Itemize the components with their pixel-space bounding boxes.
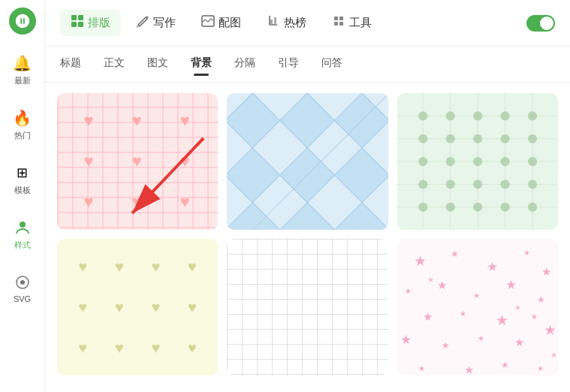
- subtab-bg[interactable]: 背景: [191, 56, 212, 73]
- heart-3: ♥: [161, 111, 209, 131]
- subtab-divider[interactable]: 分隔: [234, 56, 255, 73]
- argyle-svg: [227, 93, 388, 230]
- svg-text:★: ★: [436, 279, 446, 291]
- svg-point-53: [473, 134, 482, 143]
- nav-match[interactable]: 配图: [191, 10, 252, 36]
- content-area: ♥ ♥ ♥ ♥ ♥ ♥ ♥ ♥ ♥: [45, 83, 570, 392]
- svg-point-63: [473, 179, 482, 188]
- y-heart-11: ♥: [137, 339, 174, 357]
- heart-9: ♥: [161, 192, 209, 212]
- svg-rect-13: [334, 22, 338, 26]
- subtab-figure[interactable]: 图文: [147, 56, 168, 73]
- nav-toggle[interactable]: [526, 15, 555, 32]
- svg-text:★: ★: [460, 309, 466, 318]
- nav-layout[interactable]: 排版: [60, 10, 121, 36]
- hot-icon: 🔥: [12, 107, 33, 128]
- nav-tools-label: 工具: [349, 16, 372, 30]
- svg-rect-5: [71, 22, 77, 27]
- patterns-grid: ♥ ♥ ♥ ♥ ♥ ♥ ♥ ♥ ♥: [57, 93, 558, 375]
- sidebar-item-hot[interactable]: 🔥 热门: [0, 103, 44, 146]
- svg-text:★: ★: [523, 249, 530, 257]
- left-sidebar: 🔔 最新 🔥 热门 ⊞ 模板 样式 SVG: [0, 0, 45, 392]
- y-heart-9: ♥: [65, 339, 101, 357]
- sidebar-item-style[interactable]: 样式: [0, 213, 44, 255]
- svg-point-55: [528, 134, 537, 143]
- svg-point-50: [528, 111, 537, 120]
- svg-point-48: [473, 111, 482, 120]
- svg-text:★: ★: [400, 333, 412, 347]
- subtab-title[interactable]: 标题: [60, 56, 81, 73]
- nav-match-label: 配图: [219, 16, 241, 30]
- svg-point-58: [473, 157, 482, 166]
- sidebar-item-latest[interactable]: 🔔 最新: [0, 48, 44, 91]
- sidebar-label-template: 模板: [14, 185, 31, 196]
- pattern-card-4[interactable]: ♥ ♥ ♥ ♥ ♥ ♥ ♥ ♥ ♥ ♥ ♥ ♥: [57, 239, 218, 375]
- svg-text:★: ★: [473, 291, 480, 300]
- logo-button[interactable]: [9, 8, 36, 35]
- sidebar-label-style: 样式: [14, 240, 31, 251]
- svg-point-52: [445, 134, 454, 143]
- svg-text:★: ★: [514, 336, 523, 348]
- svg-text:★: ★: [500, 360, 508, 371]
- svg-point-54: [500, 134, 509, 143]
- svg-rect-12: [339, 17, 343, 20]
- svg-rect-10: [274, 17, 276, 25]
- svg-text:★: ★: [478, 334, 484, 342]
- svg-point-66: [418, 203, 427, 212]
- style-icon: [12, 217, 33, 238]
- svg-text:★: ★: [541, 266, 551, 278]
- svg-point-61: [418, 179, 427, 188]
- svg-text:★: ★: [537, 294, 545, 305]
- svg-text:★: ★: [496, 312, 508, 329]
- svg-point-51: [418, 134, 427, 143]
- pattern-card-5[interactable]: [227, 239, 388, 375]
- stars-svg: ★ ★ ★ ★ ★ ★ ★ ★ ★ ★ ★ ★ ★ ★ ★: [397, 239, 558, 375]
- subtab-body[interactable]: 正文: [104, 56, 125, 73]
- svg-point-46: [418, 111, 427, 120]
- svg-point-67: [445, 203, 454, 212]
- svg-text:★: ★: [487, 260, 498, 274]
- svg-point-68: [473, 203, 482, 212]
- heart-8: ♥: [113, 192, 161, 212]
- y-heart-7: ♥: [137, 299, 174, 316]
- svg-text:★: ★: [423, 311, 433, 323]
- nav-write[interactable]: 写作: [125, 10, 186, 36]
- svg-text:★: ★: [450, 249, 458, 259]
- svg-point-49: [500, 111, 509, 120]
- svg-text:★: ★: [405, 287, 412, 295]
- svg-point-0: [20, 222, 26, 228]
- svg-point-70: [528, 203, 537, 212]
- pattern-card-2[interactable]: [227, 93, 388, 230]
- heart-6: ♥: [161, 152, 209, 171]
- svg-text:★: ★: [550, 351, 557, 359]
- nav-hot[interactable]: 热榜: [256, 10, 317, 36]
- svg-text:★: ★: [464, 364, 474, 375]
- pattern-card-3[interactable]: [397, 93, 558, 230]
- pattern-card-6[interactable]: ★ ★ ★ ★ ★ ★ ★ ★ ★ ★ ★ ★ ★ ★ ★: [397, 239, 558, 375]
- nav-hot-label: 热榜: [284, 16, 306, 30]
- y-heart-5: ♥: [65, 299, 101, 316]
- top-nav: 排版 写作 配图: [45, 0, 570, 47]
- pattern-card-1[interactable]: ♥ ♥ ♥ ♥ ♥ ♥ ♥ ♥ ♥: [57, 93, 218, 230]
- y-heart-1: ♥: [65, 258, 101, 276]
- y-heart-4: ♥: [174, 258, 211, 276]
- subtab-qa[interactable]: 问答: [321, 56, 342, 73]
- tools-nav-icon: [332, 14, 345, 32]
- sidebar-label-svg: SVG: [14, 294, 31, 303]
- sub-tabs: 标题 正文 图文 背景 分隔 引导 问答: [45, 47, 570, 83]
- sidebar-item-svg[interactable]: SVG: [0, 267, 44, 308]
- heart-1: ♥: [65, 111, 113, 131]
- sidebar-label-hot: 热门: [14, 130, 31, 141]
- svg-text:★: ★: [505, 278, 516, 292]
- sidebar-item-template[interactable]: ⊞ 模板: [0, 158, 44, 201]
- heart-4: ♥: [65, 152, 113, 171]
- svg-rect-9: [270, 20, 273, 25]
- svg-text:★: ★: [414, 253, 427, 270]
- match-nav-icon: [201, 14, 215, 32]
- subtab-guide[interactable]: 引导: [278, 56, 299, 73]
- template-icon: ⊞: [12, 162, 33, 183]
- svg-line-7: [137, 26, 138, 27]
- svg-point-2: [20, 280, 25, 285]
- svg-rect-6: [78, 22, 83, 27]
- nav-tools[interactable]: 工具: [321, 10, 382, 36]
